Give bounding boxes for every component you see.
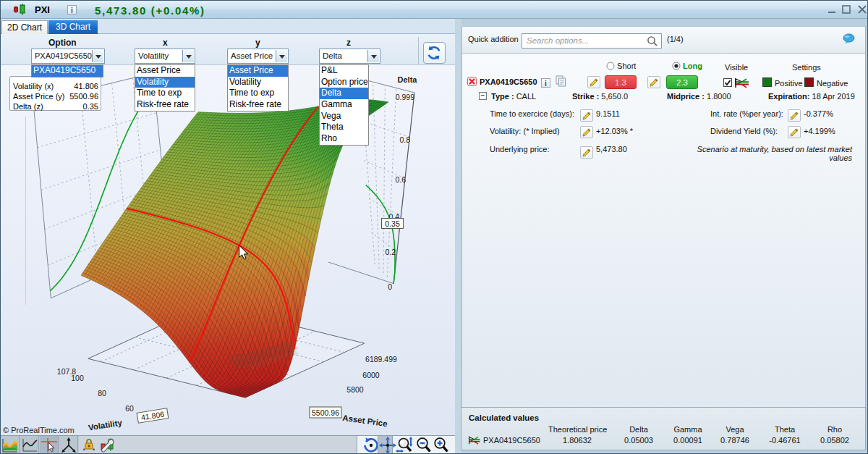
svg-text:100: 100 (71, 374, 84, 382)
svg-text:0.6: 0.6 (395, 175, 406, 184)
svg-text:60: 60 (125, 404, 134, 413)
svg-text:6189.499: 6189.499 (365, 355, 397, 363)
svg-text:6000: 6000 (362, 371, 380, 379)
svg-text:0.8: 0.8 (399, 135, 410, 144)
svg-text:5500.96: 5500.96 (312, 408, 339, 417)
svg-text:0: 0 (388, 282, 392, 291)
svg-text:0.2: 0.2 (385, 248, 396, 256)
svg-text:0.35: 0.35 (385, 219, 400, 228)
svg-text:0.999: 0.999 (396, 93, 414, 101)
svg-text:5800: 5800 (346, 385, 364, 394)
svg-text:80: 80 (98, 389, 106, 398)
svg-text:Delta: Delta (398, 75, 418, 84)
